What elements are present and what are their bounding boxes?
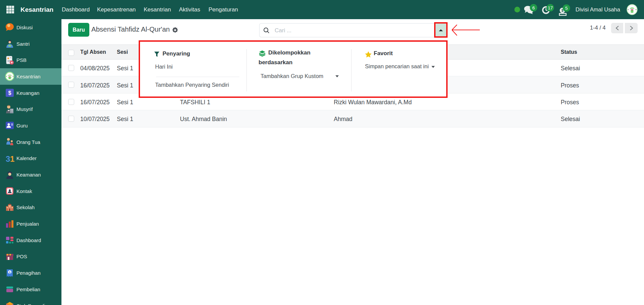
svg-text:$: $ [8, 90, 11, 96]
svg-text:1: 1 [10, 154, 14, 163]
svg-text:$: $ [9, 270, 10, 274]
svg-text:3: 3 [6, 154, 10, 163]
